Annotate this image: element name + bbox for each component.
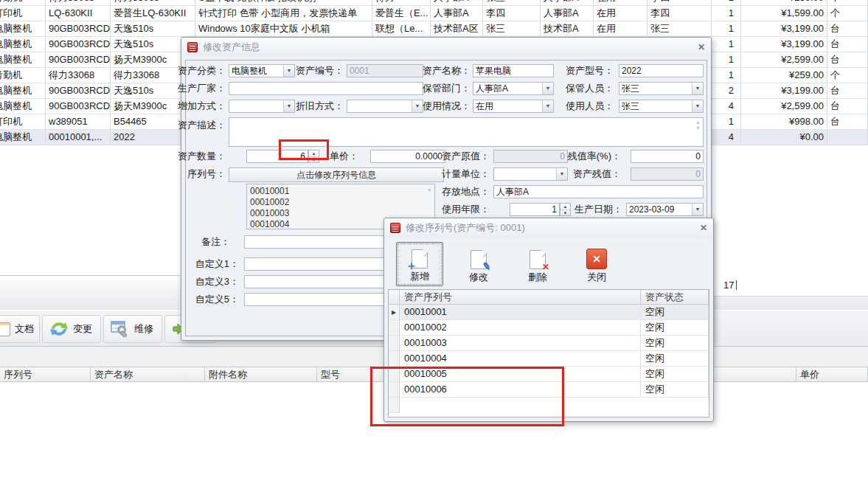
asset-table-cell: ¥259.00 bbox=[741, 68, 827, 83]
serial-number-cell: 00010003 bbox=[400, 336, 641, 351]
app-window: 考勤机得力33068得力33068U盘下载 免软件版 指纹识别得力人事部A张三人… bbox=[0, 0, 868, 492]
change-button[interactable]: 变更 bbox=[42, 315, 101, 343]
chevron-down-icon[interactable]: ▼ bbox=[692, 204, 703, 215]
asset-model-label: 资产型号： bbox=[560, 64, 614, 77]
asset-table-cell: 电脑整机 bbox=[0, 52, 46, 68]
keep-dept-combo[interactable]: 人事部A▼ bbox=[473, 82, 554, 95]
edit-serial-dialog-titlebar[interactable]: 修改序列号(资产编号: 0001) ✕ bbox=[384, 218, 713, 238]
residual-value-label: 资产残值： bbox=[559, 167, 621, 181]
attachment-header-cell[interactable]: 附件名称 bbox=[205, 367, 317, 381]
use-person-combo[interactable]: 张三▼ bbox=[619, 100, 704, 113]
document-button[interactable]: 文档 bbox=[0, 315, 40, 343]
chevron-down-icon[interactable]: ▼ bbox=[692, 83, 703, 94]
chevron-down-icon[interactable]: ▼ bbox=[542, 100, 553, 112]
row-selector-cell[interactable] bbox=[389, 336, 400, 351]
serial-table-header-cell[interactable]: 资产状态 bbox=[641, 290, 709, 304]
delete-serial-button[interactable]: ✕ 删除 bbox=[514, 242, 561, 286]
close-icon[interactable]: ✕ bbox=[700, 223, 707, 233]
asset-table-footer-cell[interactable]: 17 bbox=[712, 275, 868, 297]
asset-class-combo[interactable]: 电脑整机▼ bbox=[229, 64, 295, 77]
measure-unit-combo[interactable]: ▼ bbox=[493, 167, 568, 181]
asset-table-cell: 李四 bbox=[647, 0, 712, 6]
depreciation-combo[interactable]: ▼ bbox=[347, 100, 423, 113]
location-field[interactable]: 人事部A bbox=[493, 185, 704, 198]
row-selector-cell[interactable]: ▶ bbox=[389, 305, 400, 320]
asset-table-cell: 爱普生（E... bbox=[372, 6, 431, 21]
asset-name-field[interactable]: 苹果电脑 bbox=[473, 64, 554, 77]
dialog-app-icon bbox=[390, 223, 400, 233]
edit-serial-button[interactable]: ✎ 修改 bbox=[455, 242, 502, 286]
asset-table-cell: 考勤机 bbox=[0, 0, 46, 6]
asset-table-cell: 得力33068 bbox=[46, 68, 111, 83]
use-years-stepper[interactable]: ▲▼ bbox=[560, 203, 571, 216]
asset-table-cell: 1 bbox=[712, 52, 741, 68]
residual-rate-field[interactable]: 0 bbox=[631, 150, 704, 163]
dialog-title: 修改资产信息 bbox=[203, 41, 260, 54]
serial-table-row[interactable]: 00010004空闲 bbox=[389, 351, 709, 367]
scroll-arrows[interactable]: ▲▼ bbox=[695, 119, 701, 131]
row-selector-cell[interactable] bbox=[389, 320, 400, 336]
asset-table-cell: 人事部A bbox=[431, 0, 483, 6]
edit-document-icon: ✎ bbox=[471, 250, 487, 269]
attachment-header-cell[interactable]: 资产名称 bbox=[91, 367, 205, 381]
serial-table-row[interactable]: 00010003空闲 bbox=[389, 336, 709, 351]
asset-table-cell: 电脑整机 bbox=[0, 130, 46, 145]
asset-table-cell: 电脑整机 bbox=[0, 37, 46, 52]
row-selector-header bbox=[389, 290, 400, 304]
asset-table-row[interactable]: 打印机LQ-630KII爱普生LQ-630KII针式打印 色带 小型商用，发票快… bbox=[0, 6, 868, 21]
add-serial-button[interactable]: + 新增 bbox=[396, 242, 443, 286]
asset-table-cell: 打印机 bbox=[0, 6, 46, 21]
asset-model-field[interactable]: 2022 bbox=[619, 64, 704, 77]
asset-table-row[interactable]: 电脑整机90GB003RCD天逸510sWindows 10家庭中文版 小机箱联… bbox=[0, 21, 868, 37]
asset-table-cell: Windows 10家庭中文版 小机箱 bbox=[195, 21, 372, 37]
asset-table-cell bbox=[827, 130, 868, 145]
chevron-down-icon[interactable]: ▼ bbox=[692, 100, 703, 112]
asset-table-cell: ¥3,199.00 bbox=[741, 83, 827, 99]
asset-table-cell: 90GB003RCD bbox=[46, 37, 111, 52]
edit-asset-dialog-titlebar[interactable]: 修改资产信息 ✕ bbox=[181, 38, 711, 57]
asset-table-cell: 在用 bbox=[594, 6, 647, 21]
serial-table-row[interactable]: 00010002空闲 bbox=[389, 320, 709, 336]
serial-table-row[interactable]: ▶00010001空闲 bbox=[389, 305, 709, 320]
asset-table-cell: 90GB003RCD bbox=[46, 21, 111, 37]
prod-date-label: 生产日期： bbox=[572, 203, 622, 216]
asset-table-cell: 台 bbox=[827, 52, 868, 68]
serial-status-cell: 空闲 bbox=[641, 305, 709, 320]
asset-table-cell: 4 bbox=[712, 130, 741, 145]
asset-table-row[interactable]: 考勤机得力33068得力33068U盘下载 免软件版 指纹识别得力人事部A张三人… bbox=[0, 0, 868, 6]
use-years-field[interactable]: 1 bbox=[510, 203, 560, 216]
asset-table-cell: 电脑整机 bbox=[0, 83, 46, 99]
asset-table-cell: ¥1,599.00 bbox=[741, 6, 827, 21]
usage-state-combo[interactable]: 在用▼ bbox=[473, 100, 554, 113]
asset-table-cell: 00010001,... bbox=[46, 130, 111, 145]
custom5-label: 自定义5： bbox=[183, 293, 239, 306]
add-method-combo[interactable]: ▼ bbox=[229, 100, 295, 113]
attachment-header-cell[interactable]: 序列号 bbox=[0, 367, 91, 381]
row-selector-cell[interactable] bbox=[389, 351, 400, 367]
keeper-combo[interactable]: 张三▼ bbox=[619, 82, 704, 95]
highlight-box-serial-rows bbox=[370, 367, 564, 426]
unit-price-field[interactable]: 0.0000 bbox=[370, 150, 445, 163]
serial-table-header-cell[interactable]: 资产序列号 bbox=[400, 290, 641, 304]
close-serial-dialog-button[interactable]: ✕ 关闭 bbox=[573, 242, 620, 286]
attachment-header-cell[interactable]: 单价 bbox=[796, 367, 868, 381]
asset-table-cell: 1 bbox=[712, 0, 741, 6]
asset-table-cell: ¥998.00 bbox=[741, 114, 827, 130]
chevron-down-icon[interactable]: ▼ bbox=[542, 83, 553, 94]
asset-table-cell: 人事部A bbox=[431, 6, 483, 21]
asset-table-cell: 李四 bbox=[647, 6, 712, 21]
prod-date-combo[interactable]: 2023-03-09▼ bbox=[626, 203, 704, 216]
residual-rate-label: 残值率(%)： bbox=[559, 150, 621, 163]
repair-button[interactable]: 维修 bbox=[103, 315, 162, 343]
asset-table-cell: ¥0.00 bbox=[741, 130, 827, 145]
quantity-label: 资产数量： bbox=[177, 150, 226, 163]
close-icon[interactable]: ✕ bbox=[698, 42, 705, 52]
asset-class-label: 资产分类： bbox=[177, 64, 226, 77]
edit-serial-button[interactable]: 点击修改序列号信息 bbox=[229, 167, 444, 182]
asset-table-cell: 打印机 bbox=[0, 114, 46, 130]
asset-no-label: 资产编号： bbox=[292, 64, 344, 77]
serial-status-cell: 空闲 bbox=[641, 367, 709, 382]
scroll-up-icon[interactable]: ▲ bbox=[427, 187, 432, 193]
manufacturer-field[interactable] bbox=[229, 82, 423, 95]
text-cursor bbox=[736, 280, 737, 290]
